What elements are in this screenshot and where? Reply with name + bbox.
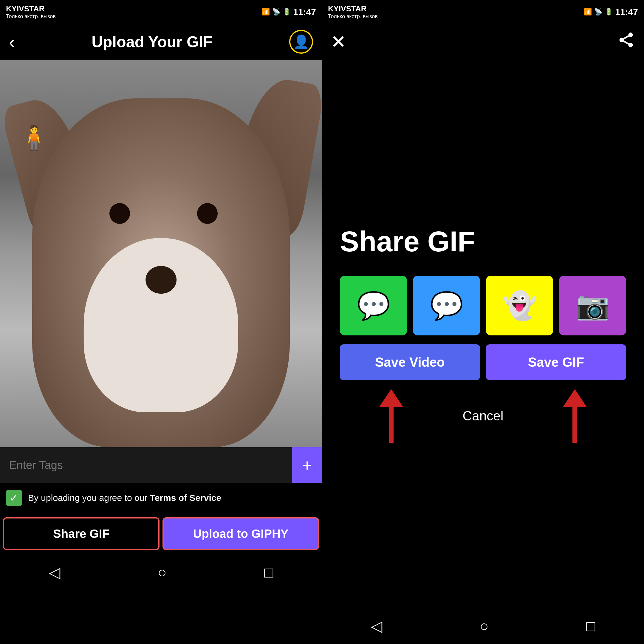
snapchat-icon: 👻 <box>503 290 536 321</box>
page-title: Upload Your GIF <box>92 33 212 51</box>
messages-app-button[interactable]: 💬 <box>340 276 407 335</box>
save-video-button[interactable]: Save Video <box>340 344 480 380</box>
dog-background: 🧍 <box>0 60 322 447</box>
instagram-icon: 📷 <box>576 290 609 321</box>
dog-white-face <box>84 238 238 412</box>
dog-eye-left <box>109 203 130 224</box>
left-arrow-shaft <box>389 407 394 443</box>
tags-section: + <box>0 447 322 483</box>
app-icons-row: 💬 💬 👻 📷 <box>340 276 626 335</box>
sticker-person: 🧍 <box>16 114 52 162</box>
share-icon[interactable] <box>617 31 635 52</box>
share-gif-title: Share GIF <box>340 225 626 258</box>
gif-preview: 🧍 <box>0 60 322 447</box>
left-wifi-icon: 📡 <box>272 8 280 16</box>
right-nav-square-button[interactable]: □ <box>586 617 595 635</box>
left-nav-back-button[interactable]: ◁ <box>49 564 60 581</box>
left-arrow-head <box>379 389 403 407</box>
messenger-app-button[interactable]: 💬 <box>413 276 480 335</box>
left-carrier-sub: Только экстр. вызов <box>6 13 56 20</box>
left-carrier-name: KYIVSTAR <box>6 4 56 13</box>
svg-point-1 <box>620 38 624 42</box>
right-carrier-name: KYIVSTAR <box>328 4 378 13</box>
right-status-icons: 📶 📡 🔋 11:47 <box>584 7 638 17</box>
left-top-nav: ‹ Upload Your GIF 👤 <box>0 24 322 60</box>
terms-section: ✓ By uploading you agree to our Terms of… <box>0 483 322 513</box>
cancel-button[interactable]: Cancel <box>463 408 504 423</box>
terms-checkbox[interactable]: ✓ <box>6 490 22 506</box>
tags-input[interactable] <box>0 447 292 483</box>
dog-nose <box>145 266 177 294</box>
left-status-time: 11:47 <box>293 7 316 17</box>
svg-point-2 <box>628 43 633 47</box>
cancel-row: Cancel <box>340 389 626 443</box>
svg-line-4 <box>623 36 628 39</box>
bottom-buttons: Share GIF Upload to GIPHY <box>0 513 322 555</box>
right-arrow-head <box>563 389 587 407</box>
profile-icon[interactable]: 👤 <box>289 30 313 54</box>
right-signal-icon: 📶 <box>584 8 592 16</box>
right-battery-icon: 🔋 <box>605 8 613 16</box>
close-button[interactable]: ✕ <box>331 31 346 52</box>
right-nav-home-button[interactable]: ○ <box>480 617 489 635</box>
instagram-app-button[interactable]: 📷 <box>559 276 626 335</box>
right-status-bar: KYIVSTAR Только экстр. вызов 📶 📡 🔋 11:47 <box>322 0 644 24</box>
left-carrier-info: KYIVSTAR Только экстр. вызов <box>6 4 56 20</box>
save-gif-button[interactable]: Save GIF <box>486 344 626 380</box>
back-button[interactable]: ‹ <box>9 32 15 52</box>
left-status-icons: 📶 📡 🔋 11:47 <box>262 7 316 17</box>
right-panel: KYIVSTAR Только экстр. вызов 📶 📡 🔋 11:47… <box>322 0 644 644</box>
right-wifi-icon: 📡 <box>594 8 602 16</box>
profile-person-icon: 👤 <box>293 34 309 49</box>
share-content: Share GIF 💬 💬 👻 📷 Save Video Save GIF <box>322 60 644 608</box>
left-arrow-indicator <box>379 389 403 443</box>
terms-link[interactable]: Terms of Service <box>150 493 222 503</box>
upload-giphy-button[interactable]: Upload to GIPHY <box>162 517 319 550</box>
svg-line-3 <box>623 41 628 44</box>
left-panel: KYIVSTAR Только экстр. вызов 📶 📡 🔋 11:47… <box>0 0 322 644</box>
left-nav-square-button[interactable]: □ <box>264 564 273 581</box>
right-carrier-sub: Только экстр. вызов <box>328 13 378 20</box>
share-gif-button[interactable]: Share GIF <box>3 517 160 550</box>
left-signal-icon: 📶 <box>262 8 270 16</box>
right-nav-back-button[interactable]: ◁ <box>371 617 382 635</box>
right-arrow-shaft <box>572 407 577 443</box>
svg-point-0 <box>628 32 633 37</box>
right-status-time: 11:47 <box>615 7 638 17</box>
save-buttons-row: Save Video Save GIF <box>340 344 626 380</box>
tags-add-button[interactable]: + <box>292 447 322 483</box>
left-nav-home-button[interactable]: ○ <box>158 564 167 581</box>
terms-text: By uploading you agree to our Terms of S… <box>28 493 221 503</box>
messenger-icon: 💬 <box>430 290 463 321</box>
right-top-bar: ✕ <box>322 24 644 60</box>
right-arrow-indicator <box>563 389 587 443</box>
snapchat-app-button[interactable]: 👻 <box>486 276 553 335</box>
right-bottom-nav: ◁ ○ □ <box>322 608 644 644</box>
left-status-bar: KYIVSTAR Только экстр. вызов 📶 📡 🔋 11:47 <box>0 0 322 24</box>
dog-face <box>32 98 290 447</box>
left-battery-icon: 🔋 <box>283 8 291 16</box>
left-bottom-nav: ◁ ○ □ <box>0 555 322 590</box>
messages-icon: 💬 <box>357 290 390 321</box>
right-carrier-info: KYIVSTAR Только экстр. вызов <box>328 4 378 20</box>
dog-eye-right <box>197 203 218 224</box>
